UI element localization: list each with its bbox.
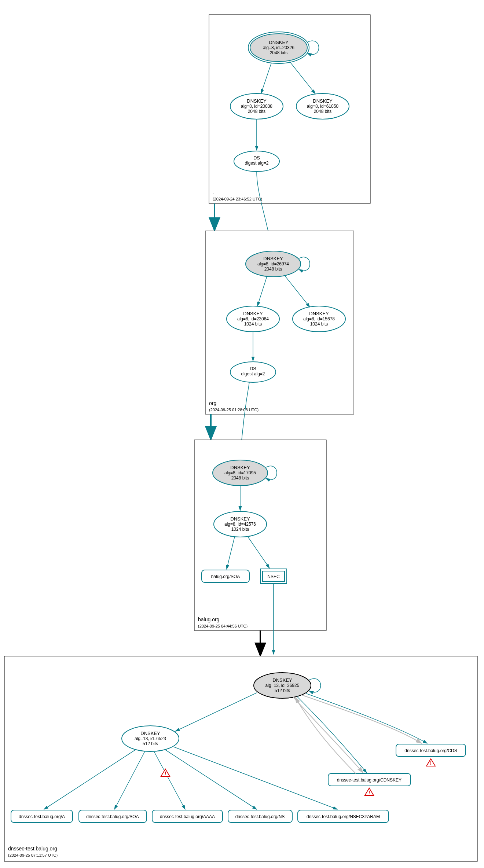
svg-text:DNSKEY: DNSKEY [269,40,289,45]
svg-text:1024 bits: 1024 bits [244,321,262,327]
svg-text:dnssec-test.balug.org/CDS: dnssec-test.balug.org/CDS [404,748,457,753]
dns-zsk: DNSKEY alg=13, id=6523 512 bits [122,726,179,751]
org-ksk: DNSKEY alg=8, id=26974 2048 bits [246,251,301,277]
svg-text:DNSKEY: DNSKEY [272,677,292,683]
leaf-a: dnssec-test.balug.org/A [11,810,73,823]
svg-text:dnssec-test.balug.org/SOA: dnssec-test.balug.org/SOA [86,814,139,819]
svg-text:2048 bits: 2048 bits [270,50,288,55]
zone-dnssec-label: dnssec-test.balug.org [8,846,57,852]
svg-text:1024 bits: 1024 bits [231,527,249,532]
org-zsk2: DNSKEY alg=8, id=15678 1024 bits [293,306,345,332]
dns-ksk: DNSKEY alg=13, id=36925 512 bits [254,673,311,698]
leaf-cds: dnssec-test.balug.org/CDS [396,744,466,757]
balug-ksk: DNSKEY alg=8, id=17095 2048 bits [213,460,268,486]
zone-balug-label: balug.org [198,617,219,622]
svg-text:alg=8, id=26974: alg=8, id=26974 [257,261,289,266]
zone-dnssec-ts: (2024-09-25 07:11:57 UTC) [8,853,58,857]
svg-text:!: ! [368,790,370,795]
svg-text:DNSKEY: DNSKEY [230,516,250,522]
svg-text:balug.org/SOA: balug.org/SOA [211,574,240,579]
zone-org-label: org [209,400,216,406]
balug-nsec: NSEC [260,569,287,584]
svg-text:dnssec-test.balug.org/NSEC3PAR: dnssec-test.balug.org/NSEC3PARAM [307,814,380,819]
svg-text:alg=8, id=42576: alg=8, id=42576 [224,522,256,527]
svg-text:2048 bits: 2048 bits [231,475,249,481]
leaf-n3p: dnssec-test.balug.org/NSEC3PARAM [298,810,389,823]
dnssec-diagram: . (2024-09-24 23:46:52 UTC) DNSKEY alg=8… [0,0,484,868]
svg-text:DNSKEY: DNSKEY [309,311,329,316]
leaf-soa: dnssec-test.balug.org/SOA [79,810,147,823]
svg-text:DNSKEY: DNSKEY [313,98,333,104]
root-zsk1: DNSKEY alg=8, id=20038 2048 bits [230,93,283,119]
root-ksk: DNSKEY alg=8, id=20326 2048 bits [248,32,309,63]
svg-text:alg=8, id=15678: alg=8, id=15678 [303,316,335,321]
zone-balug-ts: (2024-09-25 04:44:56 UTC) [198,624,247,628]
zone-root-ts: (2024-09-24 23:46:52 UTC) [213,197,262,201]
svg-text:DNSKEY: DNSKEY [140,731,160,736]
svg-text:DNSKEY: DNSKEY [247,98,267,104]
svg-text:digest alg=2: digest alg=2 [245,161,268,166]
leaf-ns: dnssec-test.balug.org/NS [228,810,292,823]
svg-text:DS: DS [250,366,256,371]
svg-text:512 bits: 512 bits [275,688,290,693]
svg-text:dnssec-test.balug.org/AAAA: dnssec-test.balug.org/AAAA [160,814,215,819]
zone-root-label: . [213,190,214,195]
root-zsk2: DNSKEY alg=8, id=61050 2048 bits [296,93,349,119]
svg-text:alg=13, id=36925: alg=13, id=36925 [265,683,300,688]
svg-text:!: ! [165,770,166,776]
zone-dnssec-box [4,656,477,861]
org-ds: DS digest alg=2 [230,362,276,382]
balug-soa: balug.org/SOA [202,570,249,582]
svg-text:1024 bits: 1024 bits [310,321,328,327]
svg-text:alg=8, id=61050: alg=8, id=61050 [307,104,338,109]
zone-org-ts: (2024-09-25 01:28:03 UTC) [209,408,258,412]
svg-text:alg=8, id=17095: alg=8, id=17095 [224,470,256,475]
balug-zsk: DNSKEY alg=8, id=42576 1024 bits [214,511,267,537]
svg-text:alg=8, id=23064: alg=8, id=23064 [237,316,269,321]
root-ds: DS digest alg=2 [234,151,279,172]
svg-text:DS: DS [253,155,260,161]
svg-text:dnssec-test.balug.org/CDNSKEY: dnssec-test.balug.org/CDNSKEY [337,777,402,783]
leaf-cdnskey: dnssec-test.balug.org/CDNSKEY [328,773,411,786]
svg-text:!: ! [430,760,432,766]
svg-text:2048 bits: 2048 bits [314,109,332,114]
leaf-aaaa: dnssec-test.balug.org/AAAA [152,810,223,823]
svg-text:alg=8, id=20038: alg=8, id=20038 [241,104,272,109]
svg-text:DNSKEY: DNSKEY [230,465,250,470]
svg-text:dnssec-test.balug.org/A: dnssec-test.balug.org/A [19,814,65,819]
svg-text:alg=13, id=6523: alg=13, id=6523 [135,736,166,741]
svg-text:DNSKEY: DNSKEY [243,311,263,316]
svg-text:DNSKEY: DNSKEY [263,256,283,261]
svg-text:2048 bits: 2048 bits [248,109,266,114]
svg-text:512 bits: 512 bits [143,741,158,746]
org-zsk1: DNSKEY alg=8, id=23064 1024 bits [227,306,279,332]
svg-text:dnssec-test.balug.org/NS: dnssec-test.balug.org/NS [235,814,285,819]
svg-text:NSEC: NSEC [267,574,280,579]
svg-text:alg=8, id=20326: alg=8, id=20326 [263,45,294,50]
svg-text:digest alg=2: digest alg=2 [241,371,265,376]
svg-text:2048 bits: 2048 bits [264,266,282,272]
